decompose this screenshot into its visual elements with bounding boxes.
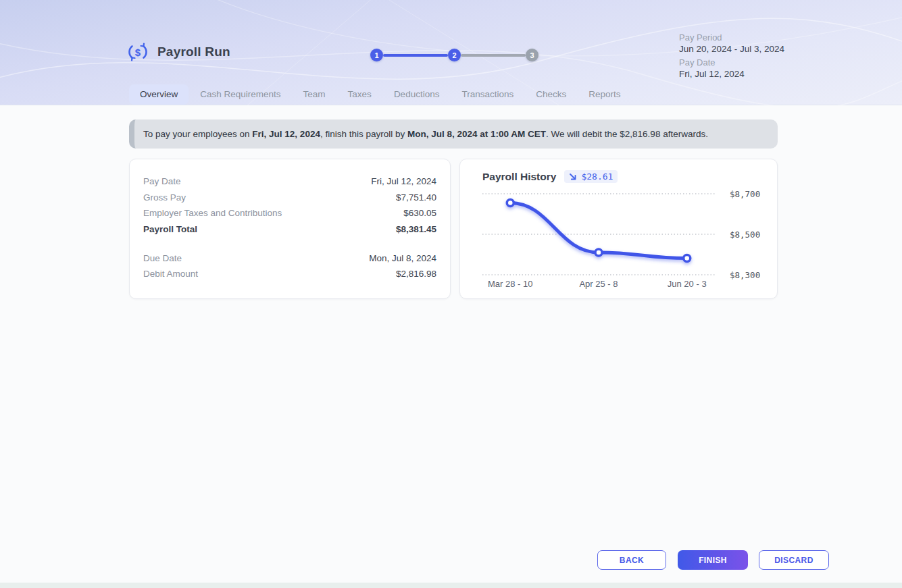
chart-axis-labels: $8,700$8,500$8,300Mar 28 - 10Apr 25 - 8J… [488,189,760,290]
payroll-summary-card: Pay Date Fri, Jul 12, 2024 Gross Pay $7,… [129,159,451,299]
arrow-down-right-icon [569,173,577,181]
pay-info-block: Pay Period Jun 20, 2024 - Jul 3, 2024 Pa… [679,32,784,82]
svg-text:Apr 25 - 8: Apr 25 - 8 [579,279,618,289]
banner-text: To pay your employees on Fri, Jul 12, 20… [143,129,708,139]
chart-gridlines [482,194,715,275]
finish-button[interactable]: FINISH [678,550,748,570]
delta-badge: $28.61 [564,170,618,183]
svg-text:$8,300: $8,300 [730,270,760,280]
page-title: Payroll Run [157,45,230,59]
discard-button[interactable]: DISCARD [759,550,829,570]
deadline-banner: To pay your employees on Fri, Jul 12, 20… [129,119,778,149]
summary-row-due-date: Due Date Mon, Jul 8, 2024 [143,253,436,267]
tab-deductions[interactable]: Deductions [383,84,451,105]
payroll-cycle-icon: $ [128,42,148,62]
payroll-history-chart: $8,700$8,500$8,300Mar 28 - 10Apr 25 - 8J… [460,186,778,300]
pay-period-value: Jun 20, 2024 - Jul 3, 2024 [679,43,784,55]
step-3[interactable]: 3 [526,49,538,61]
chart-title: Payroll History [482,171,556,183]
chart-line-series [507,200,690,262]
chart-header: Payroll History $28.61 [482,170,618,183]
summary-row-debit-amount: Debit Amount $2,816.98 [143,269,436,282]
tab-overview[interactable]: Overview [129,84,189,105]
delta-amount: $28.61 [581,171,613,182]
tab-taxes[interactable]: Taxes [337,84,382,105]
summary-row-gross-pay: Gross Pay $7,751.40 [143,192,436,206]
pay-date-value: Fri, Jul 12, 2024 [679,68,784,80]
bottom-strip [0,583,902,588]
svg-text:$8,500: $8,500 [730,230,760,240]
pay-period-label: Pay Period [679,32,784,43]
summary-row-payroll-total: Payroll Total $8,381.45 [143,224,436,238]
svg-text:Jun 20 - 3: Jun 20 - 3 [668,279,707,289]
tab-reports[interactable]: Reports [578,84,631,105]
step-connector-2-3 [461,54,526,57]
step-connector-1-2 [383,54,448,57]
tab-cash-requirements[interactable]: Cash Requirements [189,84,291,105]
svg-text:$: $ [135,47,141,58]
tab-transactions[interactable]: Transactions [451,84,524,105]
step-2[interactable]: 2 [448,49,461,61]
summary-row-pay-date: Pay Date Fri, Jul 12, 2024 [143,176,436,190]
svg-text:$8,700: $8,700 [730,189,760,199]
back-button[interactable]: BACK [597,550,666,570]
step-1[interactable]: 1 [370,49,383,61]
payroll-history-card: Payroll History $28.61 $8,700$8,500$8,30… [459,159,778,299]
tab-bar: Overview Cash Requirements Team Taxes De… [129,84,632,105]
pay-date-label: Pay Date [679,57,784,68]
payroll-run-page: $ Payroll Run 1 2 3 Pay Period Jun 20, 2… [0,0,902,588]
tab-team[interactable]: Team [293,84,336,105]
title-wrap: $ Payroll Run [128,42,230,62]
tab-checks[interactable]: Checks [525,84,577,105]
stepper: 1 2 3 [370,49,538,61]
svg-text:Mar 28 - 10: Mar 28 - 10 [488,279,532,289]
header: $ Payroll Run 1 2 3 Pay Period Jun 20, 2… [0,0,902,105]
summary-row-employer-taxes: Employer Taxes and Contributions $630.05 [143,208,436,221]
